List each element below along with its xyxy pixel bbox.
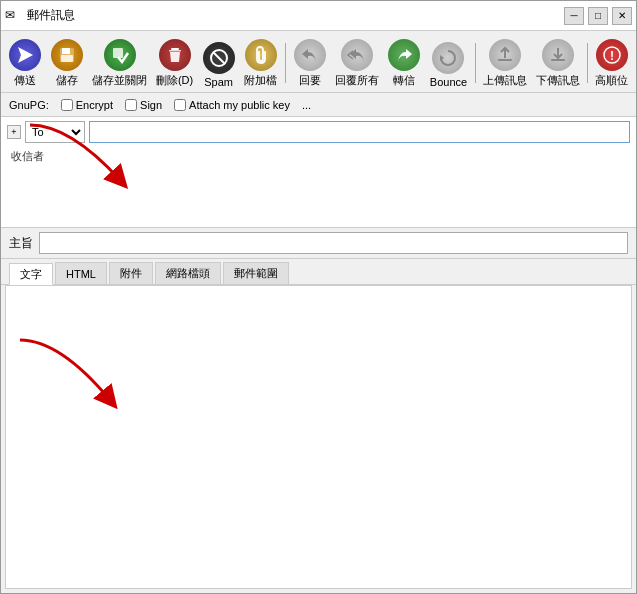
send-icon [9, 39, 41, 71]
svg-rect-2 [62, 48, 70, 54]
delete-label: 刪除(D) [156, 73, 193, 88]
reply-label: 回要 [299, 73, 321, 88]
attach-icon [245, 39, 277, 71]
tab-html[interactable]: HTML [55, 262, 107, 284]
toolbar-separator-2 [475, 43, 476, 83]
main-window: ✉ 郵件訊息 ─ □ ✕ 傳送 儲存 [0, 0, 637, 594]
recipients-area: + To Cc Bcc 收信者 [1, 117, 636, 228]
priority-button[interactable]: ! 高順位 [592, 37, 632, 90]
send-button[interactable]: 傳送 [5, 37, 45, 90]
expand-button[interactable]: + [7, 125, 21, 139]
priority-icon: ! [596, 39, 628, 71]
tab-attach[interactable]: 附件 [109, 262, 153, 284]
download-icon [542, 39, 574, 71]
minimize-button[interactable]: ─ [564, 7, 584, 25]
forward-label: 轉信 [393, 73, 415, 88]
subject-label: 主旨 [9, 235, 33, 252]
attachkey-option[interactable]: Attach my public key [174, 99, 290, 111]
gnupg-bar: GnuPG: Encrypt Sign Attach my public key… [1, 93, 636, 117]
encrypt-option[interactable]: Encrypt [61, 99, 113, 111]
subject-input[interactable] [39, 232, 628, 254]
spam-label: Spam [204, 76, 233, 88]
saveclose-button[interactable]: 儲存並關閉 [89, 37, 150, 90]
message-body-textarea[interactable] [6, 286, 631, 588]
subject-row: 主旨 [1, 228, 636, 259]
svg-line-8 [213, 52, 225, 64]
upload-icon [489, 39, 521, 71]
forward-icon [388, 39, 420, 71]
contacts-label: 收信者 [11, 150, 44, 162]
toolbar-separator-1 [285, 43, 286, 83]
encrypt-label: Encrypt [76, 99, 113, 111]
attach-button[interactable]: 附加檔 [241, 37, 281, 90]
delete-icon [159, 39, 191, 71]
encrypt-checkbox[interactable] [61, 99, 73, 111]
bounce-icon [432, 42, 464, 74]
to-row: + To Cc Bcc [3, 119, 634, 145]
reply-button[interactable]: 回要 [290, 37, 330, 90]
tabs-row: 文字 HTML 附件 網路檔頭 郵件範圍 [1, 259, 636, 285]
title-bar: ✉ 郵件訊息 ─ □ ✕ [1, 1, 636, 31]
tab-text[interactable]: 文字 [9, 263, 53, 285]
download-button[interactable]: 下傳訊息 [532, 37, 583, 90]
svg-rect-5 [171, 48, 179, 50]
svg-text:!: ! [610, 49, 614, 63]
svg-rect-3 [61, 55, 73, 62]
replyall-icon [341, 39, 373, 71]
spam-button[interactable]: Spam [199, 40, 239, 90]
save-icon [51, 39, 83, 71]
close-button[interactable]: ✕ [612, 7, 632, 25]
maximize-button[interactable]: □ [588, 7, 608, 25]
attachkey-checkbox[interactable] [174, 99, 186, 111]
title-bar-left: ✉ 郵件訊息 [5, 7, 75, 24]
delete-button[interactable]: 刪除(D) [152, 37, 196, 90]
bounce-label: Bounce [430, 76, 467, 88]
sign-label: Sign [140, 99, 162, 111]
sign-checkbox[interactable] [125, 99, 137, 111]
window-title: 郵件訊息 [27, 7, 75, 24]
to-address-input[interactable] [89, 121, 630, 143]
toolbar-separator-3 [587, 43, 588, 83]
replyall-button[interactable]: 回覆所有 [332, 37, 383, 90]
upload-label: 上傳訊息 [483, 73, 527, 88]
contacts-area: 收信者 [3, 145, 634, 225]
tab-header[interactable]: 網路檔頭 [155, 262, 221, 284]
priority-label: 高順位 [595, 73, 628, 88]
reply-icon [294, 39, 326, 71]
toolbar: 傳送 儲存 儲存並關閉 [1, 31, 636, 93]
message-body-area[interactable] [5, 285, 632, 589]
saveclose-icon [104, 39, 136, 71]
spam-icon [203, 42, 235, 74]
send-label: 傳送 [14, 73, 36, 88]
bounce-button[interactable]: Bounce [426, 40, 470, 90]
svg-rect-6 [169, 50, 181, 52]
svg-marker-0 [18, 47, 33, 63]
gnupg-more-button[interactable]: ... [302, 99, 311, 111]
attachkey-label: Attach my public key [189, 99, 290, 111]
forward-button[interactable]: 轉信 [384, 37, 424, 90]
save-label: 儲存 [56, 73, 78, 88]
saveclose-label: 儲存並關閉 [92, 73, 147, 88]
window-controls: ─ □ ✕ [564, 7, 632, 25]
svg-rect-4 [113, 48, 123, 58]
svg-rect-10 [498, 59, 512, 61]
attach-label: 附加檔 [244, 73, 277, 88]
save-button[interactable]: 儲存 [47, 37, 87, 90]
to-type-select[interactable]: To Cc Bcc [25, 121, 85, 143]
gnupg-label: GnuPG: [9, 99, 49, 111]
download-label: 下傳訊息 [536, 73, 580, 88]
sign-option[interactable]: Sign [125, 99, 162, 111]
upload-button[interactable]: 上傳訊息 [480, 37, 531, 90]
tab-template[interactable]: 郵件範圍 [223, 262, 289, 284]
app-icon: ✉ [5, 8, 21, 24]
replyall-label: 回覆所有 [335, 73, 379, 88]
